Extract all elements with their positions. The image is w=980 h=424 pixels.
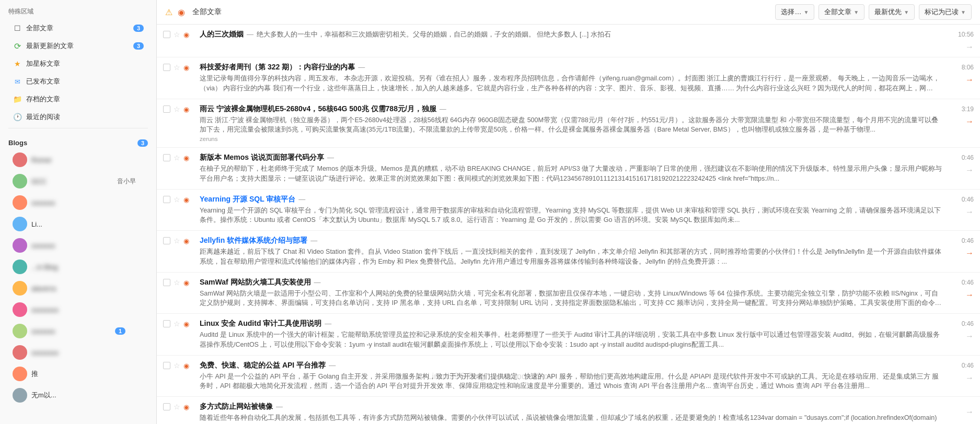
article-star-5[interactable]: ☆ [174, 196, 180, 203]
sidebar-item-archived[interactable]: 📁 存档的文章 [4, 91, 152, 108]
article-star-2[interactable]: ☆ [174, 64, 180, 71]
table-row[interactable]: ☆ ◉ 人的三次婚姻 — 绝大多数人的一生中，幸福都和三次婚姻密切相关。父母的婚… [157, 25, 980, 57]
article-meta-2: 8:06 → [942, 63, 974, 93]
table-row[interactable]: ☆ ◉ SamWaf 网站防火墙工具安装使用 — SamWaf 网站防火墙是一款… [157, 273, 980, 314]
article-star-10[interactable]: ☆ [174, 403, 180, 410]
recent-read-icon: 🕐 [13, 112, 22, 122]
article-rss-8: ◉ [183, 320, 189, 328]
table-row[interactable]: ☆ ◉ Yearning 开源 SQL 审核平台 — Yearning 是一个开… [157, 190, 980, 231]
blogs-section: Blogs 3 Romer GCC 音小早 xxxxxxx Li... xxxx… [0, 135, 156, 406]
sidebar-item-recent-read[interactable]: 🕐 最近的阅读 [4, 109, 152, 125]
article-checkbox-8[interactable] [163, 320, 170, 327]
article-checkbox-9[interactable] [163, 362, 170, 369]
blog-item-7[interactable]: alaverra [4, 278, 152, 299]
article-checkbox-4[interactable] [163, 154, 170, 161]
select-chevron-icon: ▼ [803, 9, 809, 15]
sort-chevron-icon: ▼ [904, 9, 909, 15]
blog-avatar-2 [13, 174, 27, 189]
article-sep-9: — [329, 361, 336, 369]
article-arrow-3: → [965, 117, 974, 126]
blog-item-10[interactable]: xxxxxxxx [4, 342, 152, 363]
blog-item-11[interactable]: 推 [4, 363, 152, 384]
blog-name-11: 推 [31, 369, 115, 379]
article-excerpt-3: 雨云 浙江·宁波 裸金属物理机（独立服务器），两个E5-2680v4处理器，28… [200, 115, 942, 135]
article-arrow-8: → [965, 332, 974, 341]
article-meta-3: 3:19 → [942, 104, 974, 143]
article-title-1: 人的三次婚姻 [200, 30, 244, 39]
article-checkbox-3[interactable] [163, 105, 170, 113]
table-row[interactable]: ☆ ◉ 新版本 Memos 说说页面部署代码分享 — 在柚子兄的帮助下，杜老师终… [157, 148, 980, 190]
table-row[interactable]: ☆ ◉ 雨云 宁波裸金属物理机E5-2680v4，56核64G 500兆 仅需7… [157, 99, 980, 148]
article-content-10: 多方式防止网站被镜像 — 随着近些年各种自动化工具的发展，包括抓包工具等，有许多… [200, 402, 942, 424]
article-title-9: 免费、快速、稳定的公益 API 平台推荐 [200, 361, 326, 370]
blog-item-6[interactable]: ...in Blog [4, 256, 152, 277]
article-arrow-6: → [965, 249, 974, 258]
article-time-9: 0:46 [962, 362, 974, 369]
article-star-9[interactable]: ☆ [174, 362, 180, 369]
article-star-1[interactable]: ☆ [174, 31, 180, 38]
blog-item-8[interactable]: xxxxxxxx [4, 299, 152, 320]
article-sep-6: — [310, 237, 317, 244]
article-checkbox-10[interactable] [163, 403, 170, 410]
table-row[interactable]: ☆ ◉ 科技爱好者周刊（第 322 期）：内容行业的内幕 — 这里记录每周值得分… [157, 57, 980, 99]
article-checkbox-5[interactable] [163, 196, 170, 203]
article-checkbox-6[interactable] [163, 237, 170, 244]
article-content-7: SamWaf 网站防火墙工具安装使用 — SamWaf 网站防火墙是一款适用于小… [200, 278, 942, 309]
article-content-2: 科技爱好者周刊（第 322 期）：内容行业的内幕 — 这里记录每周值得分享的科技… [200, 63, 942, 93]
article-meta-5: 0:46 → [942, 195, 974, 226]
blog-name-2: GCC [31, 178, 115, 185]
article-excerpt-5: Yearning 是一个开源的 SQL 审核平台，专门为简化 SQL 管理流程设… [200, 206, 942, 226]
sidebar-item-starred[interactable]: ★ 加星标文章 [4, 55, 152, 72]
article-star-6[interactable]: ☆ [174, 237, 180, 244]
filter-button[interactable]: 全部文章 ▼ [818, 4, 864, 20]
blog-item-4[interactable]: Li... [4, 214, 152, 234]
sidebar-item-latest-updates[interactable]: ⟳ 最新更新的文章 3 [4, 38, 152, 54]
blog-item-2[interactable]: GCC 音小早 [4, 171, 152, 192]
sidebar-item-all-articles[interactable]: ☐ 全部文章 3 [4, 20, 152, 37]
blog-avatar-9 [13, 324, 27, 338]
article-checkbox-7[interactable] [163, 279, 170, 286]
article-controls-6: ☆ ◉ [163, 236, 200, 267]
select-button-label: 选择… [781, 7, 801, 17]
article-arrow-7: → [965, 290, 974, 300]
article-excerpt-10: 随着近些年各种自动化工具的发展，包括抓包工具等，有许多方式防范网站被镜像。需要的… [200, 413, 942, 424]
table-row[interactable]: ☆ ◉ Linux 安全 Auditd 审计工具使用说明 — Auditd 是 … [157, 314, 980, 356]
blog-name-4: Li... [31, 220, 115, 228]
article-star-7[interactable]: ☆ [174, 279, 180, 286]
article-controls-8: ☆ ◉ [163, 319, 200, 350]
article-time-7: 0:46 [962, 279, 974, 286]
article-arrow-2: → [965, 75, 974, 85]
blog-item-1[interactable]: Romer [4, 149, 152, 170]
blog-suffix-2: 音小早 [117, 177, 136, 186]
blogs-badge: 3 [137, 139, 148, 147]
article-content-6: Jellyfin 软件媒体系统介绍与部署 — 距离越来越近，前后下线了 Chat… [200, 236, 942, 267]
warn-icon: ⚠ [165, 7, 172, 17]
table-row[interactable]: ☆ ◉ 免费、快速、稳定的公益 API 平台推荐 — 小牛 API 是一个公益的… [157, 356, 980, 397]
article-title-2: 科技爱好者周刊（第 322 期）：内容行业的内幕 [200, 63, 355, 72]
select-button[interactable]: 选择… ▼ [775, 4, 814, 20]
blog-item-9[interactable]: xxxxxxx 1 [4, 321, 152, 341]
table-row[interactable]: ☆ ◉ 多方式防止网站被镜像 — 随着近些年各种自动化工具的发展，包括抓包工具等… [157, 397, 980, 424]
blog-avatar-11 [13, 367, 27, 381]
article-controls-9: ☆ ◉ [163, 361, 200, 392]
sidebar-item-published[interactable]: ✉ 已发布文章 [4, 73, 152, 90]
article-meta-9: 0:46 → [942, 361, 974, 392]
mark-read-button[interactable]: 标记为已读 ▼ [919, 4, 972, 20]
blog-item-3[interactable]: xxxxxxx [4, 192, 152, 213]
blog-item-12[interactable]: 无m以... [4, 385, 152, 406]
article-source-3: zeruns [200, 136, 942, 142]
article-star-8[interactable]: ☆ [174, 320, 180, 327]
article-star-4[interactable]: ☆ [174, 154, 180, 161]
toolbar: ⚠ ◉ 全部文章 选择… ▼ 全部文章 ▼ 最新优先 ▼ 标记为已读 ▼ [157, 0, 980, 25]
article-star-3[interactable]: ☆ [174, 105, 180, 113]
article-checkbox-2[interactable] [163, 64, 170, 71]
sidebar: 特殊区域 ☐ 全部文章 3 ⟳ 最新更新的文章 3 ★ 加星标文章 ✉ 已发布文… [0, 0, 157, 424]
article-excerpt-9: 小牛 API 是一个公益的 API 平台，基于 Golang 自主开发，并采用微… [200, 372, 942, 392]
blog-name-12: 无m以... [31, 391, 115, 400]
all-articles-icon: ☐ [13, 23, 22, 33]
article-checkbox-1[interactable] [163, 31, 170, 38]
blog-item-5[interactable]: xxxxxxx [4, 235, 152, 256]
table-row[interactable]: ☆ ◉ Jellyfin 软件媒体系统介绍与部署 — 距离越来越近，前后下线了 … [157, 231, 980, 273]
article-controls-4: ☆ ◉ [163, 153, 200, 184]
sort-button[interactable]: 最新优先 ▼ [869, 4, 915, 20]
